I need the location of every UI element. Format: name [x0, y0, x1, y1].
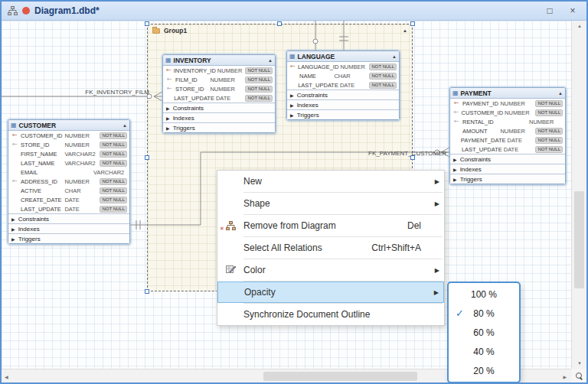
opacity-option-40%[interactable]: 40 % [449, 342, 519, 361]
vertical-scrollbar-thumb[interactable] [574, 191, 584, 288]
field-row[interactable]: AMOUNTNUMBERNOT NULL [450, 126, 565, 135]
field-row[interactable]: LAST_UPDATEDATENOT NULL [163, 93, 275, 103]
field-row[interactable]: EMAILVARCHAR2 [8, 168, 129, 177]
field-row[interactable]: ⊸INVENTORY_IDNUMBERNOT NULL [163, 66, 275, 75]
section-indexes[interactable]: ▶Indexes [163, 112, 275, 122]
field-name: AMOUNT [462, 128, 498, 135]
opacity-option-20%[interactable]: 20 % [449, 361, 519, 380]
zoom-corner[interactable] [571, 369, 586, 382]
section-constraints[interactable]: ▶Constraints [287, 89, 399, 99]
collapse-arrow-icon[interactable]: ▲ [122, 123, 127, 128]
field-row[interactable]: LAST_UPDATEDATENOT NULL [8, 204, 129, 213]
selection-handle[interactable] [145, 155, 149, 160]
opacity-option-label: 60 % [473, 327, 494, 338]
collapse-arrow-icon[interactable]: ▲ [392, 54, 397, 59]
expand-arrow-icon[interactable]: ▶ [453, 177, 457, 182]
menu-item-shape[interactable]: Shape▶ [217, 193, 444, 214]
table-language[interactable]: ▦LANGUAGE▲⊸LANGUAGE_IDNUMBERNOT NULLNAME… [286, 50, 400, 120]
collapse-arrow-icon[interactable]: ▲ [268, 58, 273, 63]
diagram-window: Diagram1.dbd* □ × Group1 ▲ FK_INVENTORY_… [0, 0, 588, 384]
expand-arrow-icon[interactable]: ▶ [453, 157, 457, 162]
scroll-right-icon[interactable]: ▶ [563, 374, 567, 379]
field-row[interactable]: ⊸STORE_IDNUMBERNOT NULL [163, 84, 275, 93]
opacity-option-60%[interactable]: 60 % [449, 323, 519, 342]
table-header-language[interactable]: ▦LANGUAGE▲ [287, 51, 399, 62]
field-row[interactable]: PAYMENT_DATEDATENOT NULL [450, 135, 565, 145]
table-header-payment[interactable]: ▦PAYMENT▲ [450, 88, 565, 99]
not-null-badge: NOT NULL [245, 86, 273, 93]
field-row[interactable]: CREATE_DATEDATENOT NULL [8, 195, 129, 204]
expand-arrow-icon[interactable]: ▶ [290, 93, 294, 98]
field-name: FILM_ID [175, 76, 208, 83]
section-triggers[interactable]: ▶Triggers [163, 122, 275, 132]
section-triggers[interactable]: ▶Triggers [287, 109, 399, 119]
expand-arrow-icon[interactable]: ▶ [11, 226, 15, 232]
vertical-scrollbar[interactable]: ▲ ▼ [571, 21, 586, 369]
expand-arrow-icon[interactable]: ▶ [166, 116, 170, 121]
field-type: NUMBER [500, 128, 534, 135]
field-name: LANGUAGE_ID [298, 63, 338, 70]
foreign-key-icon: ⊸ [452, 119, 461, 125]
menu-item-remove-from-diagram[interactable]: ✕Remove from DiagramDel [217, 215, 444, 236]
selection-handle[interactable] [410, 21, 415, 26]
expand-arrow-icon[interactable]: ▶ [11, 236, 15, 242]
horizontal-scrollbar-thumb[interactable] [263, 372, 417, 381]
menu-item-select-all-relations[interactable]: Select All RelationsCtrl+Shift+A [217, 237, 444, 259]
table-payment[interactable]: ▦PAYMENT▲⊸PAYMENT_IDNUMBERNOT NULL⊸CUSTO… [449, 87, 566, 184]
field-row[interactable]: ⊸FILM_IDNUMBERNOT NULL [163, 75, 275, 84]
field-row[interactable]: ⊸CUSTOMER_IDNUMBERNOT NULL [450, 108, 565, 117]
section-indexes[interactable]: ▶Indexes [450, 164, 565, 174]
field-row[interactable]: ACTIVECHARNOT NULL [8, 186, 129, 195]
expand-arrow-icon[interactable]: ▶ [11, 216, 15, 222]
table-customer[interactable]: ▦CUSTOMER▲⊸CUSTOMER_IDNUMBERNOT NULL⊸STO… [8, 119, 130, 244]
selection-handle[interactable] [145, 289, 149, 294]
table-header-inventory[interactable]: ▦INVENTORY▲ [163, 55, 275, 66]
field-row[interactable]: LAST_UPDATEDATENOT NULL [287, 80, 399, 89]
field-row[interactable]: ⊸LANGUAGE_IDNUMBERNOT NULL [287, 62, 399, 71]
expand-arrow-icon[interactable]: ▶ [290, 112, 294, 118]
field-row[interactable]: NAMECHARNOT NULL [287, 71, 399, 80]
maximize-button[interactable]: □ [542, 3, 557, 18]
opacity-option-80%[interactable]: ✓80 % [449, 304, 519, 323]
field-row[interactable]: ⊸RENTAL_IDNUMBER [450, 117, 565, 126]
section-label: Triggers [460, 176, 482, 183]
primary-key-icon: ⊸ [11, 132, 19, 138]
field-row[interactable]: ⊸STORE_IDNUMBERNOT NULL [8, 140, 129, 149]
field-row[interactable]: LAST_NAMEVARCHAR2NOT NULL [8, 158, 129, 168]
menu-item-synchronize-document-outline[interactable]: Synchronize Document Outline [217, 304, 444, 325]
section-constraints[interactable]: ▶Constraints [8, 213, 129, 223]
field-row[interactable]: LAST_UPDATEDATENOT NULL [450, 145, 565, 154]
field-type: NUMBER [505, 109, 534, 116]
expand-arrow-icon[interactable]: ▶ [453, 167, 457, 172]
table-header-customer[interactable]: ▦CUSTOMER▲ [8, 120, 129, 131]
expand-arrow-icon[interactable]: ▶ [290, 103, 294, 108]
field-type: DATE [504, 146, 534, 153]
menu-item-opacity[interactable]: Opacity▶ [217, 281, 444, 303]
menu-item-color[interactable]: Color▶ [217, 259, 444, 281]
field-row[interactable]: ⊸CUSTOMER_IDNUMBERNOT NULL [8, 131, 129, 140]
section-triggers[interactable]: ▶Triggers [8, 233, 129, 243]
section-constraints[interactable]: ▶Constraints [163, 103, 275, 112]
scroll-down-icon[interactable]: ▼ [572, 361, 587, 366]
expand-arrow-icon[interactable]: ▶ [166, 106, 170, 111]
selection-handle[interactable] [145, 21, 149, 26]
section-triggers[interactable]: ▶Triggers [450, 174, 565, 184]
menu-item-new[interactable]: New▶ [217, 171, 444, 192]
expand-arrow-icon[interactable]: ▶ [166, 125, 170, 131]
collapse-arrow-icon[interactable]: ▲ [558, 91, 563, 96]
field-row[interactable]: ⊸ADDRESS_IDNUMBERNOT NULL [8, 177, 129, 186]
section-indexes[interactable]: ▶Indexes [8, 223, 129, 233]
foreign-key-icon: ⊸ [165, 86, 174, 92]
selection-handle[interactable] [277, 21, 282, 26]
opacity-option-100%[interactable]: 100 % [449, 285, 519, 304]
section-indexes[interactable]: ▶Indexes [287, 99, 399, 109]
field-row[interactable]: ⊸PAYMENT_IDNUMBERNOT NULL [450, 99, 565, 108]
field-row[interactable]: FIRST_NAMEVARCHAR2NOT NULL [8, 149, 129, 158]
scroll-left-icon[interactable]: ◀ [5, 374, 8, 379]
scroll-up-icon[interactable]: ▲ [572, 24, 587, 28]
selection-handle[interactable] [410, 155, 415, 160]
close-button[interactable]: × [565, 3, 580, 18]
table-inventory[interactable]: ▦INVENTORY▲⊸INVENTORY_IDNUMBERNOT NULL⊸F… [162, 54, 276, 133]
foreign-key-icon: ⊸ [452, 109, 460, 116]
section-constraints[interactable]: ▶Constraints [450, 154, 565, 164]
